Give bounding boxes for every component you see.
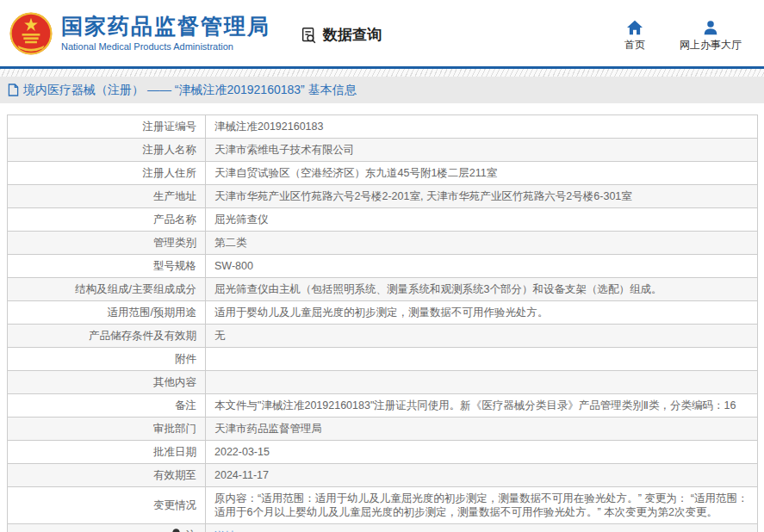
row-label-text: 产品储存条件及有效期 (89, 330, 196, 342)
row-label: 注 (8, 524, 206, 532)
row-label-text: 附件 (175, 353, 196, 365)
table-row: 产品储存条件及有效期 无 (8, 325, 758, 348)
table-row: 适用范围/预期用途 适用于婴幼儿及儿童屈光度的初步测定，测量数据不可用作验光处方… (8, 301, 758, 325)
home-icon (626, 20, 643, 35)
row-value (206, 348, 758, 371)
row-label: 生产地址 (8, 185, 206, 208)
row-label: 注册人名称 (8, 139, 206, 162)
china-national-emblem-icon (9, 11, 53, 56)
row-value: SW-800 (206, 255, 758, 278)
row-value: 津械注准20192160183 (206, 115, 758, 139)
row-value-text: 屈光筛查仪由主机（包括照明系统、测量系统和观测系统3个部分）和设备支架（选配）组… (214, 283, 662, 295)
row-label: 审批部门 (8, 418, 206, 441)
row-value: 天津市华苑产业区竹苑路六号2号楼2-201室, 天津市华苑产业区竹苑路六号2号楼… (206, 185, 758, 208)
row-value: 适用于婴幼儿及儿童屈光度的初步测定，测量数据不可用作验光处方。 (206, 301, 758, 325)
table-row: 型号规格 SW-800 (8, 255, 758, 278)
document-icon (8, 84, 19, 96)
row-value (206, 371, 758, 394)
org-name-en: National Medical Products Administration (61, 41, 270, 52)
logo-title: 国家药品监督管理局 National Medical Products Admi… (61, 15, 270, 52)
row-label-text: 生产地址 (153, 190, 196, 202)
row-label-text: 注册证编号 (143, 121, 197, 133)
table-row: 备注 本文件与"津械注准20192160183"注册证共同使用。新《医疗器械分类… (8, 394, 758, 418)
nav-home-label: 首页 (624, 38, 645, 53)
row-value-text: 津械注准20192160183 (214, 121, 323, 133)
registration-info-table: 注册证编号 津械注准20192160183 注册人名称 天津市索维电子技术有限公… (7, 114, 758, 532)
row-label-text: 管理类别 (153, 237, 196, 249)
row-label: 型号规格 (8, 255, 206, 278)
row-label-text: 结构及组成/主要组成成分 (75, 283, 196, 295)
table-row: 注册人住所 天津自贸试验区（空港经济区）东九道45号附1楼二层211室 (8, 162, 758, 185)
table-row: 产品名称 屈光筛查仪 (8, 208, 758, 232)
row-label: 备注 (8, 394, 206, 418)
nmpa-logo[interactable]: 国家药品监督管理局 National Medical Products Admi… (9, 11, 270, 56)
row-value-text: 无 (214, 330, 226, 342)
nav-home[interactable]: 首页 (624, 20, 645, 53)
row-label: 注册证编号 (8, 115, 206, 139)
row-value-text: SW-800 (214, 260, 253, 272)
row-value: 无 (206, 325, 758, 348)
row-label-text: 备注 (175, 399, 196, 411)
page-title: 境内医疗器械（注册） —— “津械注准20192160183” 基本信息 (23, 83, 357, 98)
row-label-text: 有效期至 (153, 469, 196, 481)
row-label: 注册人住所 (8, 162, 206, 185)
site-header: 国家药品监督管理局 National Medical Products Admi… (0, 0, 764, 66)
table-row: 审批部门 天津市药品监督管理局 (8, 418, 758, 441)
row-label: 有效期至 (8, 464, 206, 487)
table-row: 变更情况 原内容：“适用范围：适用于幼儿及儿童屈光度的初步测定，测量数据不可用在… (8, 487, 758, 524)
info-table-body: 注册证编号 津械注准20192160183 注册人名称 天津市索维电子技术有限公… (8, 115, 758, 532)
top-nav: 首页 网上办事大厅 (624, 20, 742, 53)
row-label: 附件 (8, 348, 206, 371)
row-value: 屈光筛查仪由主机（包括照明系统、测量系统和观测系统3个部分）和设备支架（选配）组… (206, 278, 758, 301)
row-label-text: 注册人住所 (143, 167, 197, 179)
row-label: 管理类别 (8, 232, 206, 255)
nav-online-hall-label: 网上办事大厅 (680, 38, 742, 53)
row-label-text: 型号规格 (153, 260, 196, 272)
document-search-icon (300, 26, 319, 45)
row-value: 2024-11-17 (206, 464, 758, 487)
table-row: 管理类别 第二类 (8, 232, 758, 255)
row-value: 天津市药品监督管理局 (206, 418, 758, 441)
table-row: 其他内容 (8, 371, 758, 394)
row-value: 第二类 (206, 232, 758, 255)
row-value-text: 2022-03-15 (214, 446, 270, 458)
row-value-text: 本文件与"津械注准20192160183"注册证共同使用。新《医疗器械分类目录》… (214, 399, 736, 411)
row-label-text: 适用范围/预期用途 (108, 306, 196, 319)
table-row: 生产地址 天津市华苑产业区竹苑路六号2号楼2-201室, 天津市华苑产业区竹苑路… (8, 185, 758, 208)
row-value-text: 天津市药品监督管理局 (214, 423, 322, 435)
row-label: 其他内容 (8, 371, 206, 394)
org-name-cn: 国家药品监督管理局 (61, 15, 270, 39)
row-value: 原内容：“适用范围：适用于幼儿及儿童屈光度的初步测定，测量数据不可用在验光处方。… (206, 487, 758, 524)
table-row: 附件 (8, 348, 758, 371)
row-label: 批准日期 (8, 441, 206, 464)
row-value-text: 天津自贸试验区（空港经济区）东九道45号附1楼二层211室 (214, 167, 497, 179)
row-value-text: 2024-11-17 (214, 469, 269, 481)
row-label: 结构及组成/主要组成成分 (8, 278, 206, 301)
data-query-label: 数据查询 (323, 25, 382, 45)
row-label: 变更情况 (8, 487, 206, 524)
bulb-icon (171, 529, 181, 532)
row-value: 天津自贸试验区（空港经济区）东九道45号附1楼二层211室 (206, 162, 758, 185)
row-value: 天津市索维电子技术有限公司 (206, 139, 758, 162)
row-label-text: 变更情况 (153, 499, 196, 511)
table-row: 有效期至 2024-11-17 (8, 464, 758, 487)
row-label-text: 注册人名称 (143, 144, 197, 156)
hatch-band (0, 69, 764, 77)
row-label: 产品储存条件及有效期 (8, 325, 206, 348)
row-value: 2022-03-15 (206, 441, 758, 464)
data-query-nav[interactable]: 数据查询 (300, 25, 382, 45)
table-row: 结构及组成/主要组成成分 屈光筛查仪由主机（包括照明系统、测量系统和观测系统3个… (8, 278, 758, 301)
row-label: 产品名称 (8, 208, 206, 232)
row-label-text: 产品名称 (153, 213, 196, 226)
row-value-text: 天津市华苑产业区竹苑路六号2号楼2-201室, 天津市华苑产业区竹苑路六号2号楼… (214, 190, 632, 202)
row-label-text: 其他内容 (153, 376, 196, 388)
table-row: 注册人名称 天津市索维电子技术有限公司 (8, 139, 758, 162)
row-value: 屈光筛查仪 (206, 208, 758, 232)
row-label: 适用范围/预期用途 (8, 301, 206, 325)
breadcrumb: 境内医疗器械（注册） —— “津械注准20192160183” 基本信息 (0, 77, 764, 103)
row-value-text: 适用于婴幼儿及儿童屈光度的初步测定，测量数据不可用作验光处方。 (214, 306, 549, 319)
table-row: 注册证编号 津械注准20192160183 (8, 115, 758, 139)
row-label-text: 批准日期 (153, 446, 196, 458)
nav-online-hall[interactable]: 网上办事大厅 (680, 20, 742, 53)
table-row: 批准日期 2022-03-15 (8, 441, 758, 464)
